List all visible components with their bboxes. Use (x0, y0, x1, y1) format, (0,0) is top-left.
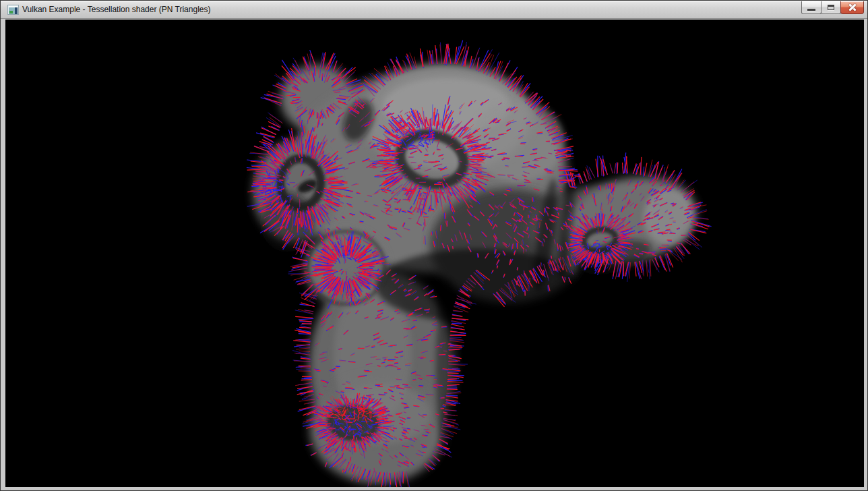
minimize-button[interactable] (801, 1, 822, 14)
window-title: Vulkan Example - Tessellation shader (PN… (22, 1, 210, 18)
maximize-button[interactable] (821, 1, 841, 14)
close-button[interactable] (840, 1, 864, 14)
tessellated-model (5, 20, 864, 487)
close-icon (841, 1, 863, 13)
minimize-icon (807, 9, 815, 11)
maximize-icon (828, 5, 834, 10)
application-icon (7, 5, 19, 15)
render-viewport[interactable] (5, 20, 864, 487)
titlebar[interactable]: Vulkan Example - Tessellation shader (PN… (1, 1, 867, 19)
window-controls (802, 1, 864, 14)
app-window: Vulkan Example - Tessellation shader (PN… (0, 0, 868, 491)
